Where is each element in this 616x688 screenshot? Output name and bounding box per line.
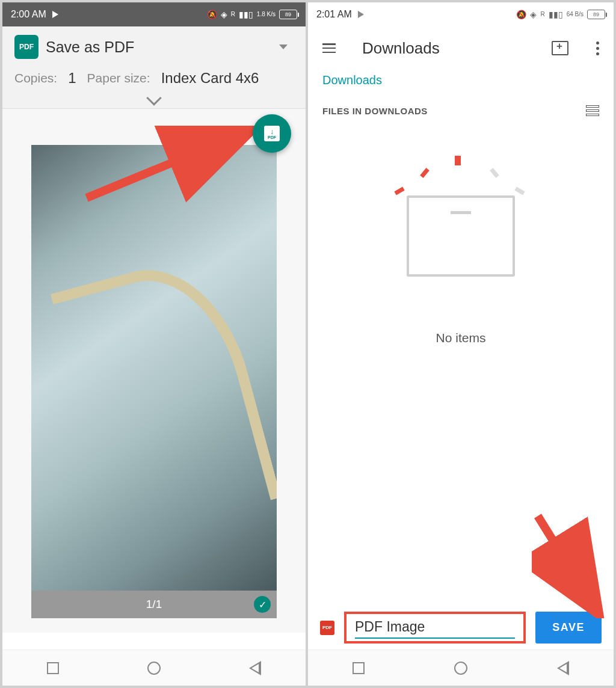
annotation-arrow (532, 510, 610, 618)
notification-off-icon: 🔕 (516, 10, 526, 19)
section-header: FILES IN DOWNLOADS (308, 98, 614, 123)
play-store-icon (52, 11, 58, 18)
downloads-screen: 2:01 AM 🔕 ◈ R ▮▮▯ 64 B/s 89 Downloads Do… (308, 2, 614, 686)
back-button[interactable] (557, 661, 569, 675)
save-file-row: PDF SAVE (308, 606, 614, 650)
menu-button[interactable] (322, 43, 336, 53)
save-pdf-fab[interactable] (253, 114, 291, 153)
recent-apps-button[interactable] (47, 662, 59, 674)
status-time: 2:00 AM (11, 9, 46, 20)
filename-highlight (344, 612, 526, 643)
section-title: FILES IN DOWNLOADS (322, 106, 428, 116)
navigation-bar (308, 650, 614, 686)
pdf-icon: PDF (14, 35, 38, 59)
copies-value[interactable]: 1 (68, 70, 76, 87)
status-bar: 2:00 AM 🔕 ◈ R ▮▮▯ 1.8 K/s 89 (2, 2, 306, 26)
battery-icon: 89 (587, 10, 605, 19)
print-preview-screen: 2:00 AM 🔕 ◈ R ▮▮▯ 1.8 K/s 89 PDF Save as… (2, 2, 308, 686)
download-pdf-icon (264, 126, 280, 141)
speed-indicator: 64 B/s (567, 11, 584, 17)
empty-box-icon (407, 195, 515, 277)
wifi-icon: ◈ (221, 10, 227, 19)
page-indicator: 1/1 (146, 598, 162, 611)
view-toggle-button[interactable] (586, 105, 599, 116)
status-icons: 🔕 ◈ R ▮▮▯ 1.8 K/s 89 (207, 10, 297, 19)
wifi-icon: ◈ (530, 10, 537, 19)
save-button[interactable]: SAVE (535, 612, 602, 643)
pdf-icon: PDF (320, 621, 334, 635)
print-options: Copies: 1 Paper size: Index Card 4x6 (14, 70, 294, 87)
navigation-bar (2, 650, 306, 686)
status-bar: 2:01 AM 🔕 ◈ R ▮▮▯ 64 B/s 89 (308, 2, 614, 26)
printer-selector[interactable]: PDF Save as PDF (14, 35, 294, 59)
downloads-header: Downloads (308, 26, 614, 70)
empty-state-text: No items (436, 331, 486, 345)
battery-icon: 89 (279, 10, 297, 19)
svg-line-3 (538, 516, 592, 603)
page-selected-check-icon[interactable]: ✓ (254, 596, 271, 613)
status-time: 2:01 AM (316, 9, 352, 20)
paper-size-label: Paper size: (87, 71, 150, 85)
back-button[interactable] (249, 661, 261, 675)
breadcrumb[interactable]: Downloads (308, 70, 614, 98)
signal-icon: ▮▮▯ (239, 10, 253, 19)
filename-input[interactable] (355, 619, 515, 639)
dropdown-caret-icon (279, 45, 288, 49)
preview-footer: 1/1 ✓ (31, 591, 277, 618)
play-store-icon (358, 11, 364, 18)
network-indicator: R (231, 11, 235, 17)
status-icons: 🔕 ◈ R ▮▮▯ 64 B/s 89 (516, 10, 605, 19)
expand-icon[interactable] (146, 90, 161, 105)
empty-state: No items (308, 123, 614, 369)
notification-off-icon: 🔕 (207, 10, 217, 19)
home-button[interactable] (147, 662, 161, 675)
printer-title: Save as PDF (46, 38, 272, 56)
paper-size-value[interactable]: Index Card 4x6 (161, 70, 259, 87)
page-title: Downloads (362, 39, 537, 58)
preview-page-image[interactable] (31, 145, 277, 591)
speed-indicator: 1.8 K/s (257, 11, 276, 17)
home-button[interactable] (454, 662, 467, 675)
print-preview-area: 1/1 ✓ (2, 109, 306, 633)
signal-icon: ▮▮▯ (549, 10, 563, 19)
more-options-button[interactable] (596, 41, 599, 55)
network-indicator: R (540, 11, 544, 17)
recent-apps-button[interactable] (353, 662, 365, 674)
new-folder-button[interactable] (552, 41, 568, 55)
copies-label: Copies: (14, 71, 57, 85)
print-settings-panel: PDF Save as PDF Copies: 1 Paper size: In… (2, 26, 306, 109)
